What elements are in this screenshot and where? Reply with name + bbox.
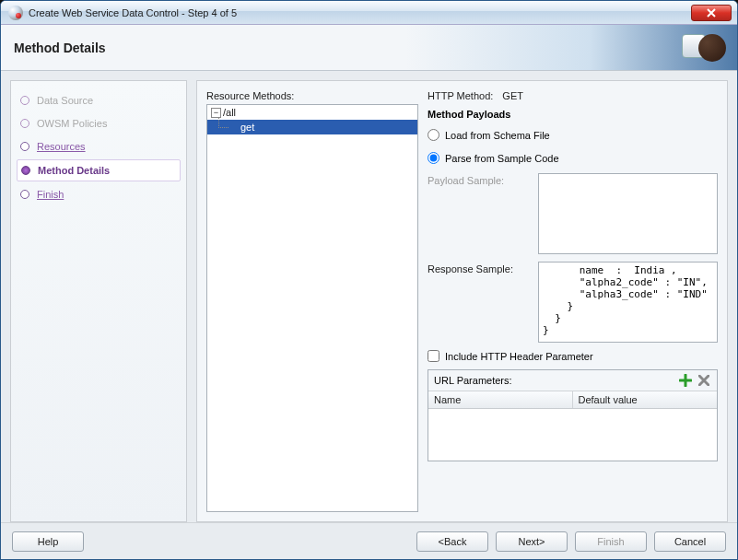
radio-load-schema[interactable]: Load from Schema File	[428, 127, 718, 143]
radio-parse-sample[interactable]: Parse from Sample Code	[428, 150, 718, 166]
method-payloads-title: Method Payloads	[428, 109, 718, 120]
include-http-header-checkbox[interactable]	[428, 350, 439, 362]
checkbox-label: Include HTTP Header Parameter	[445, 351, 593, 362]
url-parameters-header: URL Parameters:	[428, 370, 717, 391]
details-column: HTTP Method: GET Method Payloads Load fr…	[428, 90, 718, 512]
header-band: Method Details	[1, 25, 737, 71]
url-parameters-panel: URL Parameters: Name Default value	[428, 369, 718, 461]
http-method-row: HTTP Method: GET	[428, 90, 718, 101]
step-finish[interactable]: Finish	[17, 184, 181, 204]
header-decor-icon	[682, 30, 726, 64]
response-sample-row: Response Sample: name : India , "alpha2_…	[428, 262, 718, 343]
payload-sample-textarea[interactable]	[538, 173, 718, 254]
url-parameters-label: URL Parameters:	[434, 375, 512, 386]
table-body[interactable]	[428, 409, 717, 461]
help-button[interactable]: Help	[12, 531, 84, 552]
next-button[interactable]: Next >	[496, 531, 568, 552]
radio-parse-sample-input[interactable]	[428, 152, 439, 164]
response-sample-label: Response Sample:	[428, 262, 529, 274]
payload-sample-label: Payload Sample:	[428, 173, 529, 186]
finish-button: Finish	[575, 531, 647, 552]
http-method-label: HTTP Method:	[428, 90, 493, 101]
resource-methods-tree[interactable]: − /all get	[206, 104, 418, 512]
radio-load-schema-input[interactable]	[428, 129, 439, 141]
dialog-window: Create Web Service Data Control - Step 4…	[0, 0, 738, 560]
table-header: Name Default value	[428, 391, 717, 409]
button-label: Back	[444, 536, 466, 547]
close-icon	[707, 8, 716, 18]
plus-icon	[679, 374, 692, 387]
tree-node-label: /all	[223, 107, 236, 118]
radio-label: Load from Schema File	[445, 130, 550, 141]
cancel-button[interactable]: Cancel	[654, 531, 726, 552]
button-label: Help	[38, 536, 59, 547]
step-label: OWSM Policies	[37, 118, 107, 129]
col-default: Default value	[573, 391, 718, 408]
button-label: Cancel	[674, 536, 706, 547]
titlebar[interactable]: Create Web Service Data Control - Step 4…	[1, 1, 737, 25]
tree-collapse-icon[interactable]: −	[211, 108, 221, 118]
http-method-value: GET	[502, 90, 523, 101]
step-label: Data Source	[37, 95, 93, 106]
step-owsm-policies: OWSM Policies	[17, 113, 181, 134]
payload-sample-row: Payload Sample:	[428, 173, 718, 254]
button-label: Next	[518, 536, 539, 547]
col-name: Name	[428, 391, 573, 408]
button-bar: Help < Back Next > Finish Cancel	[1, 522, 737, 559]
tree-node-label: get	[240, 122, 254, 133]
tree-node-get[interactable]: get	[207, 120, 417, 134]
step-method-details: Method Details	[17, 159, 181, 181]
resource-methods-column: Resource Methods: − /all get	[206, 90, 418, 512]
step-resources[interactable]: Resources	[17, 136, 181, 157]
remove-parameter-button[interactable]	[697, 373, 711, 388]
x-icon	[698, 375, 709, 386]
response-sample-textarea[interactable]: name : India , "alpha2_code" : "IN", "al…	[538, 262, 718, 343]
step-link[interactable]: Resources	[37, 141, 86, 152]
step-label: Method Details	[38, 165, 110, 176]
app-icon	[8, 6, 23, 20]
step-data-source: Data Source	[17, 90, 181, 111]
include-http-header-row[interactable]: Include HTTP Header Parameter	[428, 350, 718, 362]
close-button[interactable]	[691, 5, 732, 21]
radio-label: Parse from Sample Code	[445, 153, 559, 164]
add-parameter-button[interactable]	[678, 373, 693, 388]
url-parameters-table[interactable]: Name Default value	[428, 391, 717, 461]
content-area: Data Source OWSM Policies Resources Meth…	[1, 71, 737, 522]
window-title: Create Web Service Data Control - Step 4…	[29, 7, 237, 18]
button-label: Finish	[597, 536, 624, 547]
back-button[interactable]: < Back	[416, 531, 488, 552]
tree-node-root[interactable]: − /all	[207, 105, 417, 120]
page-title: Method Details	[14, 41, 106, 55]
main-panel: Resource Methods: − /all get HTTP Method…	[196, 80, 728, 522]
step-link[interactable]: Finish	[37, 189, 64, 200]
resource-methods-label: Resource Methods:	[206, 90, 418, 101]
wizard-steps-sidebar: Data Source OWSM Policies Resources Meth…	[10, 80, 187, 522]
